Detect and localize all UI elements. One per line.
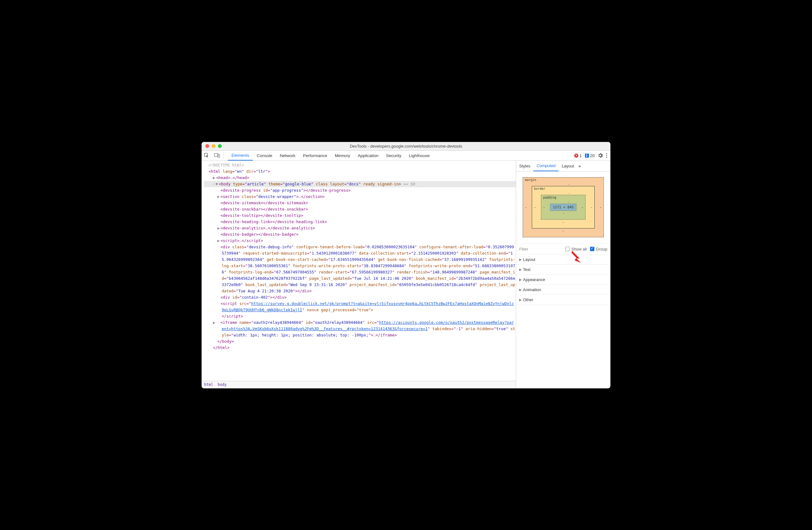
box-model-margin-bottom: -: [532, 229, 595, 233]
svg-point-3: [606, 153, 607, 154]
device-toggle-icon[interactable]: [212, 151, 222, 161]
box-model-padding-right: -: [581, 206, 583, 209]
window-controls: [202, 144, 222, 148]
chevron-right-icon: ▶: [519, 278, 522, 281]
inspect-icon[interactable]: [202, 151, 212, 161]
box-model-padding-bottom: -: [550, 211, 577, 215]
box-model-margin-label: margin: [525, 178, 536, 182]
message-count: 20: [590, 153, 595, 158]
divider: [223, 153, 224, 158]
box-model-padding-left: -: [543, 206, 545, 209]
elements-panel: <!DOCTYPE html><html lang="en" dir="ltr"…: [202, 161, 516, 388]
computed-group-text[interactable]: ▶ Text: [516, 265, 610, 275]
box-model-margin-top: -: [568, 183, 570, 186]
sidebar-tab-layout[interactable]: Layout: [559, 161, 577, 171]
crumb-body[interactable]: body: [218, 382, 227, 387]
main-toolbar: ElementsConsoleNetworkPerformanceMemoryA…: [202, 151, 610, 161]
tab-application[interactable]: Application: [354, 151, 382, 161]
computed-group-layout[interactable]: ▶ Layout: [516, 255, 610, 265]
close-window-button[interactable]: [205, 144, 209, 148]
box-model: margin - - - border - - - padding -: [516, 171, 610, 244]
svg-point-5: [606, 157, 607, 158]
dom-tree[interactable]: <!DOCTYPE html><html lang="en" dir="ltr"…: [202, 161, 516, 381]
crumb-html[interactable]: html: [204, 382, 213, 387]
tab-security[interactable]: Security: [382, 151, 405, 161]
chevron-right-icon: ▶: [519, 258, 522, 261]
box-model-border-top: -: [568, 191, 570, 195]
svg-rect-1: [215, 154, 218, 156]
filter-input[interactable]: Filter: [519, 247, 562, 251]
tab-elements[interactable]: Elements: [228, 151, 253, 161]
show-all-checkbox[interactable]: Show all: [565, 247, 587, 251]
group-checkbox[interactable]: Group: [590, 247, 607, 251]
minimize-window-button[interactable]: [212, 144, 215, 148]
box-model-border-bottom: -: [541, 220, 585, 224]
settings-icon[interactable]: [598, 153, 603, 158]
computed-group-appearance[interactable]: ▶ Appearance: [516, 275, 610, 285]
error-indicator[interactable]: ✕ 1: [574, 153, 582, 158]
box-model-margin-right: -: [600, 206, 601, 209]
tab-console[interactable]: Console: [253, 151, 276, 161]
kebab-menu-icon[interactable]: [606, 153, 607, 158]
sidebar-tab-computed[interactable]: Computed: [533, 161, 559, 171]
sidebar-tabs: StylesComputedLayout»: [516, 161, 610, 171]
panel-tabs: ElementsConsoleNetworkPerformanceMemoryA…: [225, 151, 433, 161]
computed-group-animation[interactable]: ▶ Animation: [516, 285, 610, 295]
box-model-padding-top: -: [568, 200, 570, 204]
group-label: Group: [596, 247, 607, 251]
box-model-margin-left: -: [525, 206, 527, 209]
computed-filter-row: Filter Show all Group: [516, 244, 610, 255]
tab-lighthouse[interactable]: Lighthouse: [405, 151, 433, 161]
more-tabs-icon[interactable]: »: [578, 164, 581, 168]
maximize-window-button[interactable]: [218, 144, 222, 148]
box-model-border-label: border: [534, 187, 545, 191]
tab-network[interactable]: Network: [276, 151, 300, 161]
message-icon: ❙: [585, 154, 589, 158]
show-all-label: Show all: [571, 247, 587, 251]
content-area: <!DOCTYPE html><html lang="en" dir="ltr"…: [202, 161, 610, 388]
box-model-padding-label: padding: [543, 196, 556, 199]
box-model-border-left: -: [534, 206, 536, 209]
error-count: 1: [579, 153, 582, 158]
message-indicator[interactable]: ❙ 20: [585, 153, 595, 158]
box-model-content: 1171 × 845: [550, 204, 577, 211]
sidebar-tab-styles[interactable]: Styles: [516, 161, 533, 171]
computed-group-other[interactable]: ▶ Other: [516, 295, 610, 305]
window-title: DevTools - developers.google.com/web/too…: [202, 144, 610, 149]
breadcrumb: htmlbody: [202, 381, 516, 388]
error-icon: ✕: [574, 154, 578, 158]
chevron-right-icon: ▶: [519, 298, 522, 302]
tab-performance[interactable]: Performance: [299, 151, 331, 161]
titlebar: DevTools - developers.google.com/web/too…: [202, 142, 610, 151]
svg-point-4: [606, 155, 607, 156]
tab-memory[interactable]: Memory: [331, 151, 354, 161]
box-model-border-right: -: [591, 206, 593, 209]
styles-sidebar: StylesComputedLayout» margin - - - borde…: [516, 161, 610, 388]
svg-rect-2: [218, 154, 220, 157]
chevron-right-icon: ▶: [519, 268, 522, 271]
computed-groups: ▶ Layout▶ Text▶ Appearance▶ Animation▶ O…: [516, 255, 610, 388]
devtools-window: DevTools - developers.google.com/web/too…: [202, 142, 610, 388]
chevron-right-icon: ▶: [519, 288, 522, 291]
